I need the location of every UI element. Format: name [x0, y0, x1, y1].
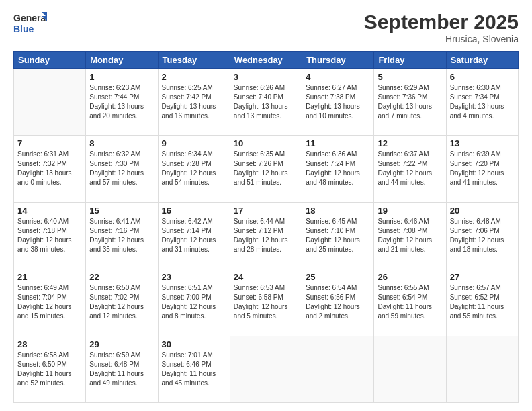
day-number: 28: [17, 339, 82, 349]
day-info: Sunrise: 6:25 AM Sunset: 7:42 PM Dayligh…: [162, 83, 226, 121]
table-row: 7Sunrise: 6:31 AM Sunset: 7:32 PM Daylig…: [14, 136, 86, 202]
table-row: 11Sunrise: 6:36 AM Sunset: 7:24 PM Dayli…: [302, 136, 374, 202]
day-info: Sunrise: 6:32 AM Sunset: 7:30 PM Dayligh…: [89, 150, 154, 187]
table-row: 25Sunrise: 6:54 AM Sunset: 6:56 PM Dayli…: [302, 269, 374, 336]
logo-svg: General Blue: [13, 11, 47, 36]
day-info: Sunrise: 6:34 AM Sunset: 7:28 PM Dayligh…: [162, 150, 226, 187]
day-info: Sunrise: 6:48 AM Sunset: 7:06 PM Dayligh…: [450, 217, 515, 255]
day-number: 26: [378, 272, 442, 282]
day-info: Sunrise: 6:55 AM Sunset: 6:54 PM Dayligh…: [378, 283, 442, 321]
day-number: 22: [89, 272, 154, 282]
day-info: Sunrise: 6:39 AM Sunset: 7:20 PM Dayligh…: [450, 150, 515, 187]
table-row: 2Sunrise: 6:25 AM Sunset: 7:42 PM Daylig…: [158, 69, 230, 136]
day-info: Sunrise: 6:58 AM Sunset: 6:50 PM Dayligh…: [17, 351, 82, 388]
day-info: Sunrise: 6:59 AM Sunset: 6:48 PM Dayligh…: [89, 351, 154, 388]
day-number: 23: [162, 272, 226, 282]
day-number: 3: [234, 72, 298, 82]
table-row: 23Sunrise: 6:51 AM Sunset: 7:00 PM Dayli…: [158, 269, 230, 336]
day-number: 19: [378, 205, 442, 216]
day-info: Sunrise: 6:35 AM Sunset: 7:26 PM Dayligh…: [234, 150, 298, 187]
table-row: [14, 69, 86, 136]
table-row: 29Sunrise: 6:59 AM Sunset: 6:48 PM Dayli…: [86, 336, 158, 402]
svg-text:Blue: Blue: [13, 24, 34, 34]
day-number: 16: [162, 205, 226, 216]
header-thursday: Thursday: [302, 52, 374, 69]
table-row: 5Sunrise: 6:29 AM Sunset: 7:36 PM Daylig…: [374, 69, 446, 136]
day-info: Sunrise: 6:40 AM Sunset: 7:18 PM Dayligh…: [17, 217, 82, 255]
logo: General Blue: [13, 11, 47, 36]
table-row: [302, 336, 374, 402]
day-info: Sunrise: 7:01 AM Sunset: 6:46 PM Dayligh…: [162, 351, 226, 388]
day-number: 4: [306, 72, 370, 82]
table-row: 13Sunrise: 6:39 AM Sunset: 7:20 PM Dayli…: [446, 136, 518, 202]
day-info: Sunrise: 6:31 AM Sunset: 7:32 PM Dayligh…: [17, 150, 82, 187]
location: Hrusica, Slovenia: [364, 34, 519, 44]
day-number: 11: [306, 138, 370, 148]
day-info: Sunrise: 6:26 AM Sunset: 7:40 PM Dayligh…: [234, 83, 298, 121]
calendar-week-row: 14Sunrise: 6:40 AM Sunset: 7:18 PM Dayli…: [14, 202, 519, 269]
day-info: Sunrise: 6:46 AM Sunset: 7:08 PM Dayligh…: [378, 217, 442, 255]
calendar-week-row: 28Sunrise: 6:58 AM Sunset: 6:50 PM Dayli…: [14, 336, 519, 402]
table-row: 4Sunrise: 6:27 AM Sunset: 7:38 PM Daylig…: [302, 69, 374, 136]
page-header: General Blue September 2025 Hrusica, Slo…: [13, 11, 519, 44]
day-info: Sunrise: 6:57 AM Sunset: 6:52 PM Dayligh…: [450, 283, 515, 321]
calendar-table: Sunday Monday Tuesday Wednesday Thursday…: [13, 51, 519, 403]
table-row: [230, 336, 302, 402]
day-number: 8: [89, 138, 154, 148]
table-row: 24Sunrise: 6:53 AM Sunset: 6:58 PM Dayli…: [230, 269, 302, 336]
table-row: 30Sunrise: 7:01 AM Sunset: 6:46 PM Dayli…: [158, 336, 230, 402]
month-title: September 2025: [364, 11, 519, 34]
header-friday: Friday: [374, 52, 446, 69]
day-info: Sunrise: 6:42 AM Sunset: 7:14 PM Dayligh…: [162, 217, 226, 255]
calendar-week-row: 1Sunrise: 6:23 AM Sunset: 7:44 PM Daylig…: [14, 69, 519, 136]
table-row: [374, 336, 446, 402]
day-number: 12: [378, 138, 442, 148]
day-info: Sunrise: 6:53 AM Sunset: 6:58 PM Dayligh…: [234, 283, 298, 321]
table-row: 18Sunrise: 6:45 AM Sunset: 7:10 PM Dayli…: [302, 202, 374, 269]
day-number: 1: [89, 72, 154, 82]
table-row: 26Sunrise: 6:55 AM Sunset: 6:54 PM Dayli…: [374, 269, 446, 336]
day-info: Sunrise: 6:50 AM Sunset: 7:02 PM Dayligh…: [89, 283, 154, 321]
day-number: 20: [450, 205, 515, 216]
calendar-week-row: 7Sunrise: 6:31 AM Sunset: 7:32 PM Daylig…: [14, 136, 519, 202]
day-number: 9: [162, 138, 226, 148]
table-row: 16Sunrise: 6:42 AM Sunset: 7:14 PM Dayli…: [158, 202, 230, 269]
day-number: 6: [450, 72, 515, 82]
table-row: 20Sunrise: 6:48 AM Sunset: 7:06 PM Dayli…: [446, 202, 518, 269]
table-row: 19Sunrise: 6:46 AM Sunset: 7:08 PM Dayli…: [374, 202, 446, 269]
table-row: [446, 336, 518, 402]
day-number: 25: [306, 272, 370, 282]
table-row: 21Sunrise: 6:49 AM Sunset: 7:04 PM Dayli…: [14, 269, 86, 336]
day-number: 13: [450, 138, 515, 148]
day-info: Sunrise: 6:36 AM Sunset: 7:24 PM Dayligh…: [306, 150, 370, 187]
table-row: 3Sunrise: 6:26 AM Sunset: 7:40 PM Daylig…: [230, 69, 302, 136]
header-sunday: Sunday: [14, 52, 86, 69]
table-row: 27Sunrise: 6:57 AM Sunset: 6:52 PM Dayli…: [446, 269, 518, 336]
day-number: 14: [17, 205, 82, 216]
table-row: 9Sunrise: 6:34 AM Sunset: 7:28 PM Daylig…: [158, 136, 230, 202]
day-number: 17: [234, 205, 298, 216]
table-row: 22Sunrise: 6:50 AM Sunset: 7:02 PM Dayli…: [86, 269, 158, 336]
table-row: 1Sunrise: 6:23 AM Sunset: 7:44 PM Daylig…: [86, 69, 158, 136]
day-info: Sunrise: 6:41 AM Sunset: 7:16 PM Dayligh…: [89, 217, 154, 255]
day-info: Sunrise: 6:45 AM Sunset: 7:10 PM Dayligh…: [306, 217, 370, 255]
day-number: 21: [17, 272, 82, 282]
day-number: 10: [234, 138, 298, 148]
day-number: 24: [234, 272, 298, 282]
svg-text:General: General: [13, 13, 47, 24]
table-row: 10Sunrise: 6:35 AM Sunset: 7:26 PM Dayli…: [230, 136, 302, 202]
table-row: 6Sunrise: 6:30 AM Sunset: 7:34 PM Daylig…: [446, 69, 518, 136]
day-number: 29: [89, 339, 154, 349]
table-row: 12Sunrise: 6:37 AM Sunset: 7:22 PM Dayli…: [374, 136, 446, 202]
table-row: 8Sunrise: 6:32 AM Sunset: 7:30 PM Daylig…: [86, 136, 158, 202]
day-info: Sunrise: 6:44 AM Sunset: 7:12 PM Dayligh…: [234, 217, 298, 255]
header-wednesday: Wednesday: [230, 52, 302, 69]
day-number: 27: [450, 272, 515, 282]
day-number: 18: [306, 205, 370, 216]
day-info: Sunrise: 6:54 AM Sunset: 6:56 PM Dayligh…: [306, 283, 370, 321]
header-monday: Monday: [86, 52, 158, 69]
day-info: Sunrise: 6:27 AM Sunset: 7:38 PM Dayligh…: [306, 83, 370, 121]
day-info: Sunrise: 6:30 AM Sunset: 7:34 PM Dayligh…: [450, 83, 515, 121]
day-number: 5: [378, 72, 442, 82]
header-saturday: Saturday: [446, 52, 518, 69]
